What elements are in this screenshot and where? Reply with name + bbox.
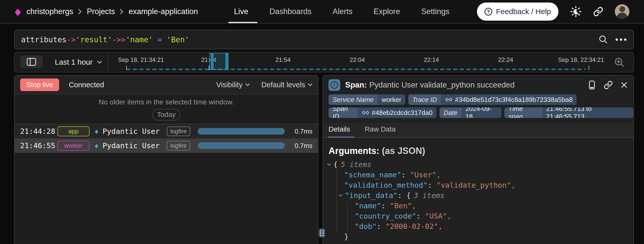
date-badge: Date 2024-09-18 xyxy=(439,107,501,118)
time-range-label: Last 1 hour xyxy=(55,58,93,66)
chevron-down-icon xyxy=(308,83,312,86)
sidebar-toggle-button[interactable] xyxy=(20,56,43,68)
timeline-tick-label: 21:54 xyxy=(275,56,291,63)
timeline-baseline[interactable] xyxy=(126,69,585,70)
indent-guide xyxy=(347,202,348,232)
breadcrumb-org[interactable]: christophergs xyxy=(26,7,73,16)
divider xyxy=(108,54,108,70)
json-tree: { 5 items "schema_name": "User", "valida… xyxy=(323,159,633,242)
json-brace: { xyxy=(333,160,338,169)
breadcrumb: christophergs Projects example-applicati… xyxy=(26,7,198,16)
json-comma: , xyxy=(511,181,515,189)
dock-bottom-button[interactable] xyxy=(588,80,596,90)
user-avatar[interactable] xyxy=(615,4,629,19)
query-token: ->> xyxy=(112,35,126,44)
today-chip[interactable]: Today xyxy=(152,109,180,120)
collapse-chevron-icon[interactable] xyxy=(327,163,331,166)
query-bar[interactable]: attributes->'result'->>'name' = 'Ben' xyxy=(14,30,634,49)
breadcrumb-project[interactable]: example-application xyxy=(129,7,198,16)
json-colon: : xyxy=(398,191,407,200)
query-token: 'name' xyxy=(126,35,153,44)
tab-raw-data[interactable]: Raw Data xyxy=(365,125,396,137)
scope-chip: logfire xyxy=(167,141,190,150)
json-value: "validate_python" xyxy=(436,181,511,189)
empty-state: No older items in the selected time wind… xyxy=(15,95,318,120)
trace-id-value: #34bd8e51d73c3f4c8a189b72338a5ba8 xyxy=(455,96,573,104)
tab-explore[interactable]: Explore xyxy=(374,0,400,23)
json-colon: : xyxy=(381,201,390,210)
trace-id-badge[interactable]: Trace ID #34bd8e51d73c3f4c8a189b72338a5b… xyxy=(408,94,577,105)
badge-value: #34bd8e51d73c3f4c8a189b72338a5ba8 xyxy=(441,94,577,105)
visibility-dropdown[interactable]: Visibility xyxy=(216,81,250,89)
span-details-panel: i Span:Pydantic User validate_python suc… xyxy=(323,75,634,244)
more-options-icon[interactable] xyxy=(616,38,626,41)
scope-chip: logfire xyxy=(167,127,190,136)
timeline-selection-window[interactable] xyxy=(209,53,228,70)
stop-live-button[interactable]: Stop live xyxy=(20,78,59,91)
chevron-down-icon xyxy=(97,61,102,64)
nav-tabs: Live Dashboards Alerts Explore Settings xyxy=(234,0,449,23)
link-icon xyxy=(593,7,603,17)
json-comma: , xyxy=(412,201,416,210)
chevron-down-icon xyxy=(245,83,250,86)
top-nav: ◆ christophergs Projects example-applica… xyxy=(0,0,644,24)
tab-live[interactable]: Live xyxy=(234,0,248,23)
tab-alerts[interactable]: Alerts xyxy=(333,0,352,23)
json-key: "dob" xyxy=(355,222,377,231)
tab-dashboards[interactable]: Dashboards xyxy=(269,0,311,23)
default-levels-dropdown[interactable]: Default levels xyxy=(261,81,312,89)
link-icon xyxy=(445,97,453,102)
collapse-chevron-icon[interactable] xyxy=(339,194,343,197)
span-id-value: #48eb2cdcdc317da0 xyxy=(372,109,432,117)
time-range-dropdown[interactable]: Last 1 hour xyxy=(55,52,102,72)
service-badge: app xyxy=(57,126,90,136)
timeline-tick xyxy=(589,66,589,70)
nav-right-cluster: ? Feedback / Help xyxy=(477,0,629,23)
live-panel-header: Stop live Connected Visibility Default l… xyxy=(15,75,318,95)
tab-settings[interactable]: Settings xyxy=(421,0,449,23)
log-timestamp: 21:44:28 xyxy=(20,127,57,136)
json-brace: } xyxy=(344,232,348,241)
badge-label: Date xyxy=(439,107,461,118)
visibility-label: Visibility xyxy=(216,81,243,89)
span-title: Span:Pydantic User validate_python succe… xyxy=(345,80,514,90)
badge-label: Span ID xyxy=(329,107,358,118)
feedback-help-button[interactable]: ? Feedback / Help xyxy=(477,3,558,21)
json-brace: { xyxy=(406,191,411,200)
json-key: "schema_name" xyxy=(344,171,401,179)
theme-toggle-button[interactable] xyxy=(570,6,582,17)
share-link-button[interactable] xyxy=(593,7,603,17)
json-item-count: 3 items xyxy=(414,191,445,200)
tab-details[interactable]: Details xyxy=(329,125,350,137)
json-key: "country_code" xyxy=(355,212,416,220)
panel-resize-handle[interactable] xyxy=(319,228,325,237)
json-line: "name": "Ben", xyxy=(323,200,633,211)
json-line: "dob": "2000-02-02", xyxy=(323,221,633,231)
search-icon[interactable] xyxy=(598,35,608,44)
log-row-selected[interactable]: 21:46:55 worker ◆ Pydantic User logfire … xyxy=(15,138,318,153)
json-comma: , xyxy=(436,171,441,179)
json-comma: , xyxy=(447,212,451,220)
query-input[interactable]: attributes->'result'->>'name' = 'Ben' xyxy=(21,35,598,44)
copy-span-link-button[interactable] xyxy=(604,80,613,90)
query-token: attributes xyxy=(21,35,67,44)
feedback-help-label: Feedback / Help xyxy=(496,7,551,16)
log-row[interactable]: 21:44:28 app ◆ Pydantic User logfire 0.7… xyxy=(15,124,318,138)
timeline-tick-label: 22:04 xyxy=(350,56,365,63)
badge-value: 21:46:55.713 to 21:46:55.713 xyxy=(542,107,633,118)
logfire-logo-icon[interactable]: ◆ xyxy=(15,6,21,17)
json-colon: : xyxy=(428,181,436,189)
span-meta-badges-row1: Service Name worker Trace ID #34bd8e51d7… xyxy=(323,94,633,105)
badge-value: #48eb2cdcdc317da0 xyxy=(358,107,436,118)
zoom-in-button[interactable] xyxy=(614,57,625,68)
arguments-heading: Arguments:(as JSON) xyxy=(329,146,633,156)
span-id-badge[interactable]: Span ID #48eb2cdcdc317da0 xyxy=(329,107,436,118)
default-levels-label: Default levels xyxy=(261,81,305,89)
sun-moon-icon xyxy=(570,6,582,17)
close-button[interactable] xyxy=(620,81,628,89)
badge-value: worker xyxy=(378,94,405,105)
chevron-right-icon xyxy=(120,9,124,15)
breadcrumb-projects[interactable]: Projects xyxy=(87,7,115,16)
link-icon xyxy=(604,80,613,90)
duration-bar xyxy=(198,128,285,135)
